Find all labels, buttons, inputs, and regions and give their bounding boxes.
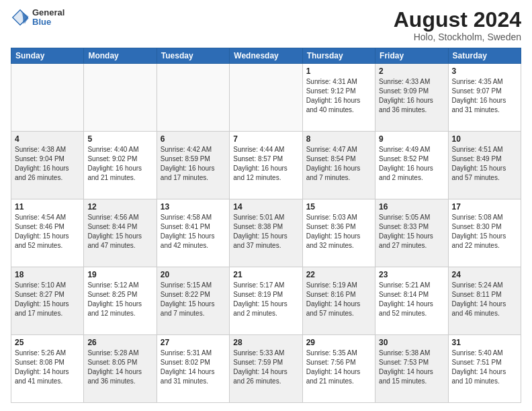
day-detail: Sunrise: 4:44 AM Sunset: 8:57 PM Dayligh… <box>233 145 298 183</box>
day-detail: Sunrise: 5:24 AM Sunset: 8:11 PM Dayligh… <box>452 281 517 318</box>
day-number: 16 <box>379 202 444 212</box>
logo: General Blue <box>11 8 64 28</box>
calendar-cell: 22Sunrise: 5:19 AM Sunset: 8:16 PM Dayli… <box>302 267 375 335</box>
day-number: 2 <box>379 66 444 76</box>
day-number: 9 <box>379 134 444 144</box>
calendar-cell <box>11 64 84 132</box>
calendar-cell: 8Sunrise: 4:47 AM Sunset: 8:54 PM Daylig… <box>302 132 375 199</box>
day-detail: Sunrise: 4:31 AM Sunset: 9:12 PM Dayligh… <box>306 77 371 115</box>
calendar-cell <box>230 64 302 132</box>
col-monday: Monday <box>84 48 157 64</box>
day-number: 1 <box>306 66 371 76</box>
calendar-cell: 17Sunrise: 5:08 AM Sunset: 8:30 PM Dayli… <box>448 199 521 267</box>
calendar-cell: 24Sunrise: 5:24 AM Sunset: 8:11 PM Dayli… <box>448 267 521 335</box>
calendar-cell: 10Sunrise: 4:51 AM Sunset: 8:49 PM Dayli… <box>448 132 521 199</box>
day-number: 22 <box>306 270 371 279</box>
calendar-cell: 25Sunrise: 5:26 AM Sunset: 8:08 PM Dayli… <box>11 335 84 403</box>
calendar-cell: 13Sunrise: 4:58 AM Sunset: 8:41 PM Dayli… <box>157 199 229 267</box>
calendar-cell: 29Sunrise: 5:35 AM Sunset: 7:56 PM Dayli… <box>302 335 375 403</box>
day-detail: Sunrise: 4:58 AM Sunset: 8:41 PM Dayligh… <box>161 213 226 250</box>
day-number: 15 <box>306 202 371 212</box>
day-number: 12 <box>87 202 152 212</box>
day-detail: Sunrise: 4:56 AM Sunset: 8:44 PM Dayligh… <box>87 213 152 250</box>
calendar-week-5: 25Sunrise: 5:26 AM Sunset: 8:08 PM Dayli… <box>11 335 521 403</box>
day-number: 13 <box>161 202 226 212</box>
header: General Blue August 2024 Holo, Stockholm… <box>11 8 521 42</box>
col-wednesday: Wednesday <box>230 48 302 64</box>
calendar-cell: 28Sunrise: 5:33 AM Sunset: 7:59 PM Dayli… <box>230 335 302 403</box>
logo-blue-text: Blue <box>32 17 64 27</box>
calendar-cell: 26Sunrise: 5:28 AM Sunset: 8:05 PM Dayli… <box>84 335 157 403</box>
day-detail: Sunrise: 5:01 AM Sunset: 8:38 PM Dayligh… <box>233 213 298 250</box>
day-detail: Sunrise: 5:35 AM Sunset: 7:56 PM Dayligh… <box>306 349 371 386</box>
day-detail: Sunrise: 5:17 AM Sunset: 8:19 PM Dayligh… <box>233 281 298 318</box>
title-area: August 2024 Holo, Stockholm, Sweden <box>394 8 521 42</box>
day-detail: Sunrise: 4:40 AM Sunset: 9:02 PM Dayligh… <box>87 145 152 183</box>
day-detail: Sunrise: 4:33 AM Sunset: 9:09 PM Dayligh… <box>379 77 444 115</box>
day-number: 7 <box>233 134 298 144</box>
calendar-cell: 27Sunrise: 5:31 AM Sunset: 8:02 PM Dayli… <box>157 335 229 403</box>
col-tuesday: Tuesday <box>157 48 229 64</box>
logo-general-text: General <box>32 8 64 17</box>
day-detail: Sunrise: 5:40 AM Sunset: 7:51 PM Dayligh… <box>452 349 517 386</box>
calendar-week-4: 18Sunrise: 5:10 AM Sunset: 8:27 PM Dayli… <box>11 267 521 335</box>
day-detail: Sunrise: 5:03 AM Sunset: 8:36 PM Dayligh… <box>306 213 371 250</box>
day-number: 14 <box>233 202 298 212</box>
calendar-cell: 23Sunrise: 5:21 AM Sunset: 8:14 PM Dayli… <box>375 267 448 335</box>
day-detail: Sunrise: 5:15 AM Sunset: 8:22 PM Dayligh… <box>161 281 226 318</box>
calendar-cell: 31Sunrise: 5:40 AM Sunset: 7:51 PM Dayli… <box>448 335 521 403</box>
day-detail: Sunrise: 4:49 AM Sunset: 8:52 PM Dayligh… <box>379 145 444 183</box>
day-number: 3 <box>452 66 517 76</box>
day-number: 8 <box>306 134 371 144</box>
day-detail: Sunrise: 5:10 AM Sunset: 8:27 PM Dayligh… <box>15 281 80 318</box>
day-number: 28 <box>233 338 298 347</box>
day-number: 10 <box>452 134 517 144</box>
day-number: 23 <box>379 270 444 279</box>
logo-icon <box>11 8 30 27</box>
location: Holo, Stockholm, Sweden <box>394 32 521 42</box>
calendar-week-2: 4Sunrise: 4:38 AM Sunset: 9:04 PM Daylig… <box>11 132 521 199</box>
day-number: 24 <box>452 270 517 279</box>
page: General Blue August 2024 Holo, Stockholm… <box>0 0 532 411</box>
day-detail: Sunrise: 4:54 AM Sunset: 8:46 PM Dayligh… <box>15 213 80 250</box>
calendar-cell: 1Sunrise: 4:31 AM Sunset: 9:12 PM Daylig… <box>302 64 375 132</box>
day-detail: Sunrise: 5:38 AM Sunset: 7:53 PM Dayligh… <box>379 349 444 386</box>
col-sunday: Sunday <box>11 48 84 64</box>
calendar-cell: 30Sunrise: 5:38 AM Sunset: 7:53 PM Dayli… <box>375 335 448 403</box>
calendar-table: Sunday Monday Tuesday Wednesday Thursday… <box>11 48 521 403</box>
col-thursday: Thursday <box>302 48 375 64</box>
day-number: 21 <box>233 270 298 279</box>
day-number: 11 <box>15 202 80 212</box>
calendar-cell: 15Sunrise: 5:03 AM Sunset: 8:36 PM Dayli… <box>302 199 375 267</box>
calendar-cell <box>84 64 157 132</box>
day-detail: Sunrise: 4:35 AM Sunset: 9:07 PM Dayligh… <box>452 77 517 115</box>
day-number: 18 <box>15 270 80 279</box>
day-detail: Sunrise: 4:47 AM Sunset: 8:54 PM Dayligh… <box>306 145 371 183</box>
day-number: 25 <box>15 338 80 347</box>
day-number: 5 <box>87 134 152 144</box>
day-detail: Sunrise: 5:19 AM Sunset: 8:16 PM Dayligh… <box>306 281 371 318</box>
day-detail: Sunrise: 5:05 AM Sunset: 8:33 PM Dayligh… <box>379 213 444 250</box>
calendar-cell: 12Sunrise: 4:56 AM Sunset: 8:44 PM Dayli… <box>84 199 157 267</box>
calendar-cell: 20Sunrise: 5:15 AM Sunset: 8:22 PM Dayli… <box>157 267 229 335</box>
day-detail: Sunrise: 5:12 AM Sunset: 8:25 PM Dayligh… <box>87 281 152 318</box>
calendar-cell: 6Sunrise: 4:42 AM Sunset: 8:59 PM Daylig… <box>157 132 229 199</box>
day-detail: Sunrise: 4:38 AM Sunset: 9:04 PM Dayligh… <box>15 145 80 183</box>
day-number: 30 <box>379 338 444 347</box>
calendar-cell: 16Sunrise: 5:05 AM Sunset: 8:33 PM Dayli… <box>375 199 448 267</box>
calendar-cell: 4Sunrise: 4:38 AM Sunset: 9:04 PM Daylig… <box>11 132 84 199</box>
day-detail: Sunrise: 5:33 AM Sunset: 7:59 PM Dayligh… <box>233 349 298 386</box>
day-number: 19 <box>87 270 152 279</box>
calendar-cell: 19Sunrise: 5:12 AM Sunset: 8:25 PM Dayli… <box>84 267 157 335</box>
calendar-header-row: Sunday Monday Tuesday Wednesday Thursday… <box>11 48 521 64</box>
calendar-cell: 5Sunrise: 4:40 AM Sunset: 9:02 PM Daylig… <box>84 132 157 199</box>
day-number: 27 <box>161 338 226 347</box>
day-detail: Sunrise: 5:08 AM Sunset: 8:30 PM Dayligh… <box>452 213 517 250</box>
col-saturday: Saturday <box>448 48 521 64</box>
day-number: 20 <box>161 270 226 279</box>
day-number: 4 <box>15 134 80 144</box>
day-detail: Sunrise: 4:42 AM Sunset: 8:59 PM Dayligh… <box>161 145 226 183</box>
calendar-cell: 2Sunrise: 4:33 AM Sunset: 9:09 PM Daylig… <box>375 64 448 132</box>
logo-text: General Blue <box>32 8 64 28</box>
calendar-week-3: 11Sunrise: 4:54 AM Sunset: 8:46 PM Dayli… <box>11 199 521 267</box>
